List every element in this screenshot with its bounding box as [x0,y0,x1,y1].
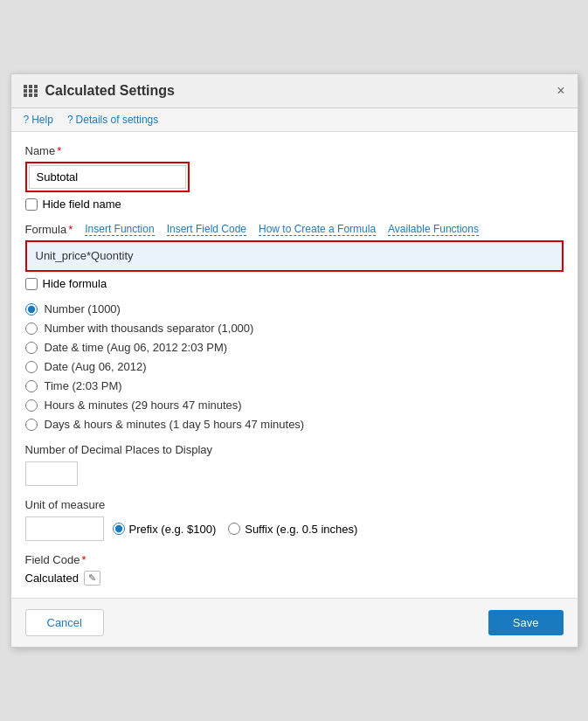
name-required-star: * [57,144,61,157]
unit-label: Unit of measure [25,498,564,511]
radio-date-label: Date (Aug 06, 2012) [45,360,147,373]
prefix-radio-row: Prefix (e.g. $100) [113,523,217,536]
suffix-radio-row: Suffix (e.g. 0.5 inches) [228,523,357,536]
radio-thousands-label: Number with thousands separator (1,000) [45,322,254,335]
dialog-body: Name* Hide field name Formula* Insert Fu… [11,132,578,599]
radio-days-hours-label: Days & hours & minutes (1 day 5 hours 47… [45,418,305,431]
radio-row-date: Date (Aug 06, 2012) [25,360,564,373]
dialog-title: Calculated Settings [45,83,175,99]
name-input[interactable] [29,165,186,189]
insert-function-link[interactable]: Insert Function [85,223,154,236]
dialog-header: Calculated Settings × [11,74,578,108]
hide-formula-label: Hide formula [43,277,107,290]
hide-formula-row: Hide formula [25,277,564,290]
radio-days-hours[interactable] [25,419,38,431]
name-section: Name* Hide field name [25,144,564,211]
close-button[interactable]: × [557,84,564,98]
radio-row-time: Time (2:03 PM) [25,379,564,392]
insert-field-code-link[interactable]: Insert Field Code [167,223,246,236]
formula-section: Formula* Insert Function Insert Field Co… [25,223,564,290]
grid-icon [24,85,38,97]
radio-row-hours-minutes: Hours & minutes (29 hours 47 minutes) [25,399,564,412]
details-question-icon: ? [67,114,73,126]
radio-datetime[interactable] [25,342,38,354]
prefix-label: Prefix (e.g. $100) [129,523,217,536]
radio-number[interactable] [25,303,38,315]
radio-row-thousands: Number with thousands separator (1,000) [25,322,564,335]
help-link[interactable]: ? Help [24,114,53,126]
radio-thousands[interactable] [25,322,38,335]
radio-time-label: Time (2:03 PM) [45,379,122,392]
radio-date[interactable] [25,361,38,373]
title-group: Calculated Settings [24,83,175,99]
field-code-value-row: Calculated ✎ [25,571,564,586]
hide-field-name-label: Hide field name [43,198,121,211]
prefix-suffix-group: Prefix (e.g. $100) Suffix (e.g. 0.5 inch… [113,523,358,536]
decimal-label: Number of Decimal Places to Display [25,443,564,456]
field-code-value: Calculated [25,572,79,585]
field-code-edit-button[interactable]: ✎ [84,571,100,586]
field-code-label: Field Code* [25,553,564,566]
available-functions-link[interactable]: Available Functions [388,223,479,236]
radio-datetime-label: Date & time (Aug 06, 2012 2:03 PM) [45,341,228,354]
formula-value[interactable]: Unit_price*Quontity [25,240,564,272]
calculated-settings-dialog: Calculated Settings × ? Help ? Details o… [10,73,578,648]
radio-hours-minutes-label: Hours & minutes (29 hours 47 minutes) [45,399,242,412]
radio-hours-minutes[interactable] [25,399,38,412]
format-radio-group: Number (1000) Number with thousands sepa… [25,302,564,431]
details-link[interactable]: ? Details of settings [67,114,158,126]
decimal-input[interactable] [25,461,78,486]
field-code-section: Field Code* Calculated ✎ [25,553,564,586]
radio-row-days-hours: Days & hours & minutes (1 day 5 hours 47… [25,418,564,431]
suffix-radio[interactable] [228,523,240,535]
save-button[interactable]: Save [488,610,564,635]
help-bar: ? Help ? Details of settings [11,108,578,132]
prefix-radio[interactable] [113,523,125,535]
radio-row-datetime: Date & time (Aug 06, 2012 2:03 PM) [25,341,564,354]
suffix-label: Suffix (e.g. 0.5 inches) [245,523,357,536]
unit-input[interactable] [25,516,104,541]
field-code-star: * [81,553,86,566]
formula-header: Formula* Insert Function Insert Field Co… [25,223,564,236]
edit-icon: ✎ [88,572,96,583]
radio-row-number: Number (1000) [25,302,564,315]
hide-field-name-checkbox[interactable] [25,198,38,211]
formula-label: Formula* [25,223,73,236]
hide-field-name-row: Hide field name [25,198,564,211]
radio-time[interactable] [25,380,38,392]
help-question-icon: ? [24,114,30,126]
decimal-section: Number of Decimal Places to Display [25,443,564,486]
hide-formula-checkbox[interactable] [25,278,38,290]
unit-row: Prefix (e.g. $100) Suffix (e.g. 0.5 inch… [25,516,564,541]
name-label: Name* [25,144,564,157]
formula-required-star: * [68,223,73,236]
dialog-footer: Cancel Save [11,599,578,647]
how-to-create-link[interactable]: How to Create a Formula [259,223,376,236]
unit-section: Unit of measure Prefix (e.g. $100) Suffi… [25,498,564,541]
cancel-button[interactable]: Cancel [25,609,104,636]
name-input-box [25,162,190,192]
radio-number-label: Number (1000) [45,302,121,315]
